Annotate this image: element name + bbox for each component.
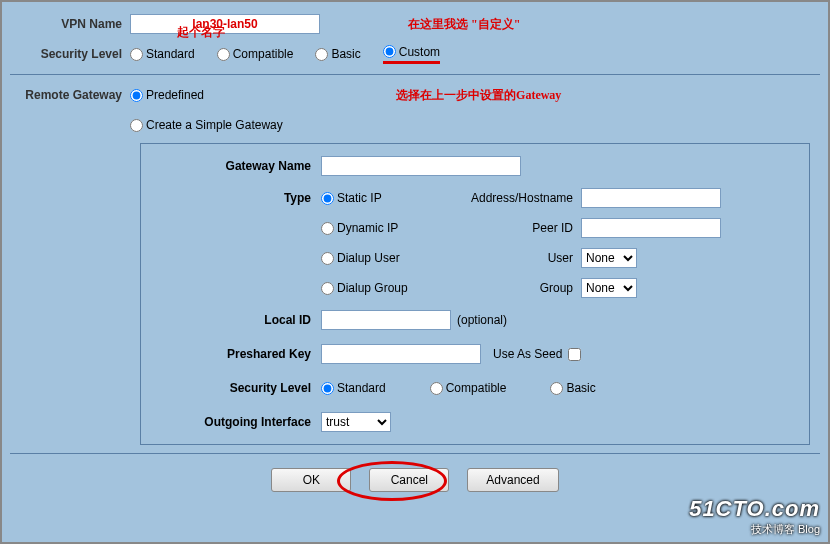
watermark: 51CTO.com 技术博客 Blog — [689, 496, 820, 536]
gateway-config-box: Gateway Name Type Static IP Address/Host… — [140, 143, 810, 445]
useseed-checkbox[interactable] — [568, 348, 581, 361]
divider-2 — [10, 453, 820, 454]
g-seclevel-basic[interactable]: Basic — [550, 381, 595, 395]
rg-create-simple[interactable]: Create a Simple Gateway — [130, 118, 283, 132]
peerid-input[interactable] — [581, 218, 721, 238]
group-select[interactable]: None — [581, 278, 637, 298]
ok-button[interactable]: OK — [271, 468, 351, 492]
type-grid: Type Static IP Address/Hostname Dynamic … — [151, 188, 799, 298]
type-dynamic-ip[interactable]: Dynamic IP — [321, 221, 447, 235]
advanced-button[interactable]: Advanced — [467, 468, 558, 492]
button-row: OK Cancel Advanced — [10, 468, 820, 492]
annotation-custom: 在这里我选 "自定义" — [408, 16, 520, 33]
type-dialup-user[interactable]: Dialup User — [321, 251, 447, 265]
remote-gateway-row: Remote Gateway Predefined 选择在上一步中设置的Gate… — [10, 83, 820, 107]
seclevel-compatible[interactable]: Compatible — [217, 47, 294, 61]
type-label: Type — [151, 191, 321, 205]
outiface-select[interactable]: trust — [321, 412, 391, 432]
g-seclevel-standard[interactable]: Standard — [321, 381, 386, 395]
vpn-name-row: VPN Name 起个名字 在这里我选 "自定义" — [10, 12, 820, 36]
annotation-gateway: 选择在上一步中设置的Gateway — [396, 87, 561, 104]
peerid-label: Peer ID — [461, 221, 581, 235]
annotation-name: 起个名字 — [177, 24, 225, 41]
type-static-ip[interactable]: Static IP — [321, 191, 447, 205]
gateway-name-input[interactable] — [321, 156, 521, 176]
psk-label: Preshared Key — [151, 347, 321, 361]
addr-label: Address/Hostname — [461, 191, 581, 205]
psk-input[interactable] — [321, 344, 481, 364]
watermark-line1: 51CTO.com — [689, 496, 820, 522]
group-label: Group — [461, 281, 581, 295]
divider-1 — [10, 74, 820, 75]
watermark-line2: 技术博客 Blog — [689, 523, 820, 536]
remote-gateway-label: Remote Gateway — [10, 88, 130, 102]
cancel-button[interactable]: Cancel — [369, 468, 449, 492]
gateway-name-label: Gateway Name — [151, 159, 321, 173]
security-level-row: Security Level Standard Compatible Basic… — [10, 42, 820, 66]
localid-label: Local ID — [151, 313, 321, 327]
useseed-label: Use As Seed — [493, 347, 562, 361]
seclevel-basic[interactable]: Basic — [315, 47, 360, 61]
seclevel-standard[interactable]: Standard — [130, 47, 195, 61]
remote-gateway-row2: Create a Simple Gateway — [10, 113, 820, 137]
localid-input[interactable] — [321, 310, 451, 330]
outiface-label: Outgoing Interface — [151, 415, 321, 429]
addr-input[interactable] — [581, 188, 721, 208]
vpn-name-input[interactable] — [130, 14, 320, 34]
g-seclevel-compatible[interactable]: Compatible — [430, 381, 507, 395]
type-dialup-group[interactable]: Dialup Group — [321, 281, 447, 295]
security-level-label: Security Level — [10, 47, 130, 61]
user-label: User — [461, 251, 581, 265]
vpn-name-label: VPN Name — [10, 17, 130, 31]
rg-predefined[interactable]: Predefined — [130, 88, 204, 102]
user-select[interactable]: None — [581, 248, 637, 268]
g-seclevel-label: Security Level — [151, 381, 321, 395]
optional-text: (optional) — [457, 313, 507, 327]
seclevel-custom[interactable]: Custom — [383, 45, 440, 64]
